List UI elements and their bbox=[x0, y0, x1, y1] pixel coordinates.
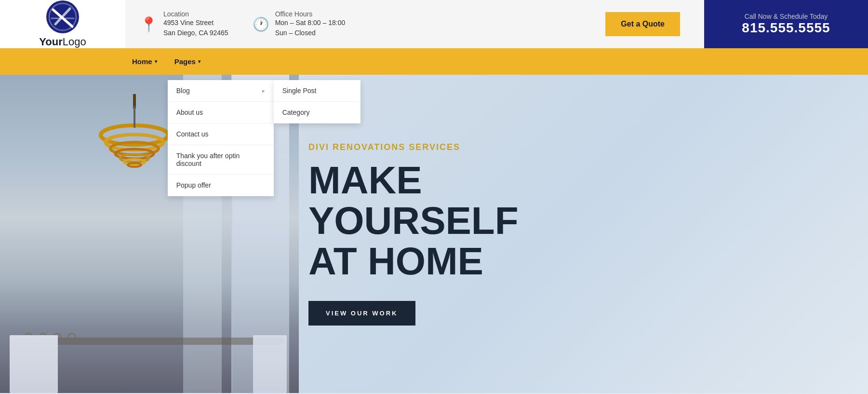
sub-item-category[interactable]: Category bbox=[274, 102, 361, 123]
call-area: Call Now & Schedule Today 815.555.5555 bbox=[704, 0, 868, 48]
nav-item-pages[interactable]: Pages ▾ Blog ▸ Single Post Category bbox=[168, 54, 207, 69]
hero-section: DIVI RENOVATIONS SERVICES MAKE YOURSELF … bbox=[0, 75, 868, 393]
hero-cta-button[interactable]: VIEW OUR WORK bbox=[308, 301, 415, 326]
hero-content: DIVI RENOVATIONS SERVICES MAKE YOURSELF … bbox=[280, 142, 665, 326]
logo-text: YourLogo bbox=[39, 36, 86, 48]
chevron-right-icon: ▸ bbox=[262, 88, 265, 94]
dropdown-item-about[interactable]: About us bbox=[168, 102, 274, 123]
chevron-down-icon: ▾ bbox=[198, 59, 200, 64]
get-quote-button[interactable]: Get a Quote bbox=[605, 12, 680, 36]
lamp-decoration bbox=[96, 94, 173, 190]
pages-dropdown: Blog ▸ Single Post Category About us bbox=[168, 80, 274, 196]
nav-bar: Home ▾ Pages ▾ Blog ▸ Single Post bbox=[0, 48, 868, 75]
chevron-down-icon: ▾ bbox=[155, 59, 157, 64]
location-address: 4953 Vine Street San Diego, CA 92465 bbox=[163, 18, 228, 38]
hours-label: Office Hours bbox=[275, 10, 346, 18]
clock-icon: 🕐 bbox=[253, 16, 269, 32]
dropdown-item-contact[interactable]: Contact us bbox=[168, 123, 274, 145]
hero-title: MAKE YOURSELF AT HOME bbox=[308, 160, 636, 282]
hours-info: 🕐 Office Hours Mon – Sat 8:00 – 18:00 Su… bbox=[253, 10, 346, 38]
dropdown-item-thankyou[interactable]: Thank you after optin discount bbox=[168, 145, 274, 175]
dropdown-item-popup[interactable]: Popup offer bbox=[168, 175, 274, 196]
location-label: Location bbox=[163, 10, 228, 18]
nav-link-home[interactable]: Home ▾ bbox=[125, 54, 164, 69]
hours-value: Mon – Sat 8:00 – 18:00 Sun – Closed bbox=[275, 18, 346, 38]
location-info: 📍 Location 4953 Vine Street San Diego, C… bbox=[140, 10, 228, 38]
dropdown-item-blog[interactable]: Blog ▸ Single Post Category bbox=[168, 80, 274, 102]
location-icon: 📍 bbox=[140, 16, 158, 33]
logo-icon bbox=[46, 0, 80, 34]
logo-area: YourLogo bbox=[0, 0, 125, 48]
nav-item-home[interactable]: Home ▾ bbox=[125, 54, 164, 69]
blog-sub-dropdown: Single Post Category bbox=[274, 80, 361, 123]
call-label: Call Now & Schedule Today bbox=[745, 13, 828, 20]
nav-link-pages[interactable]: Pages ▾ bbox=[168, 54, 207, 69]
hero-subtitle: DIVI RENOVATIONS SERVICES bbox=[308, 142, 636, 152]
sub-item-single-post[interactable]: Single Post bbox=[274, 80, 361, 102]
call-number: 815.555.5555 bbox=[742, 20, 830, 36]
